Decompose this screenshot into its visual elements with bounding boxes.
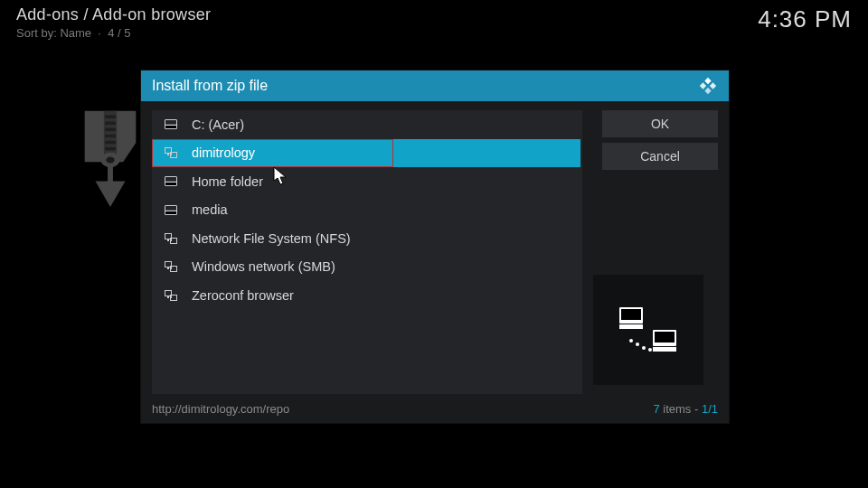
file-source-label: dimitrology (192, 145, 255, 160)
file-source-item[interactable]: dimitrology (152, 139, 393, 168)
file-source-label: Network File System (NFS) (192, 231, 351, 246)
file-source-item[interactable]: media (152, 196, 582, 225)
network-icon (165, 147, 177, 158)
svg-point-18 (648, 348, 652, 352)
svg-point-8 (106, 156, 114, 163)
svg-rect-3 (105, 128, 116, 132)
kodi-logo-icon (698, 76, 718, 96)
network-icon (165, 261, 177, 272)
footer-count: 7 items - 1/1 (653, 402, 718, 416)
svg-rect-10 (621, 309, 641, 320)
file-source-label: media (192, 202, 228, 217)
file-source-item[interactable]: C: (Acer) (152, 110, 582, 139)
cancel-button[interactable]: Cancel (602, 143, 718, 170)
file-source-item[interactable]: Zeroconf browser (152, 281, 582, 310)
source-thumbnail (593, 275, 703, 385)
drive-icon (165, 204, 177, 215)
footer-count-word: items - (660, 402, 702, 416)
file-source-list[interactable]: C: (Acer)dimitrologyHome foldermediaNetw… (152, 110, 582, 394)
svg-rect-6 (105, 147, 116, 151)
zip-background-icon (78, 107, 143, 213)
breadcrumb: Add-ons / Add-on browser (16, 5, 211, 24)
dialog-title: Install from zip file (152, 78, 268, 94)
file-source-item[interactable]: Windows network (SMB) (152, 253, 582, 282)
network-share-icon (617, 305, 680, 355)
sort-value: Name (60, 26, 91, 40)
drive-icon (165, 176, 177, 187)
footer-count-page: 1/1 (702, 402, 718, 416)
svg-rect-1 (105, 115, 116, 118)
list-position: 4 / 5 (108, 26, 130, 40)
svg-rect-4 (105, 135, 116, 138)
file-source-label: Home folder (192, 174, 263, 189)
install-zip-dialog: Install from zip file C: (Acer)dimitrolo… (141, 70, 729, 423)
svg-rect-5 (105, 141, 116, 145)
header-left: Add-ons / Add-on browser Sort by: Name ·… (16, 5, 211, 40)
network-icon (165, 290, 177, 301)
svg-rect-14 (653, 347, 676, 352)
dialog-titlebar: Install from zip file (141, 70, 729, 101)
svg-rect-2 (105, 122, 116, 126)
file-source-item[interactable]: Network File System (NFS) (152, 224, 582, 253)
svg-rect-11 (619, 324, 643, 329)
drive-icon (165, 119, 177, 130)
footer-path: http://dimitrology.com/repo (152, 402, 289, 416)
sort-prefix: Sort by: (16, 26, 60, 40)
network-icon (165, 233, 177, 244)
file-source-label: C: (Acer) (192, 117, 244, 132)
svg-point-17 (642, 346, 646, 350)
file-source-label: Windows network (SMB) (192, 259, 335, 274)
footer-count-number: 7 (653, 402, 659, 416)
svg-point-15 (629, 339, 633, 343)
svg-rect-13 (655, 332, 675, 343)
clock: 4:36 PM (758, 5, 852, 33)
sort-line: Sort by: Name · 4 / 5 (16, 26, 211, 40)
dialog-footer: http://dimitrology.com/repo 7 items - 1/… (152, 402, 718, 416)
svg-point-16 (636, 343, 639, 346)
file-source-item[interactable]: Home folder (152, 167, 582, 196)
ok-button[interactable]: OK (602, 110, 718, 137)
file-source-label: Zeroconf browser (192, 288, 294, 303)
top-bar: Add-ons / Add-on browser Sort by: Name ·… (16, 5, 852, 40)
